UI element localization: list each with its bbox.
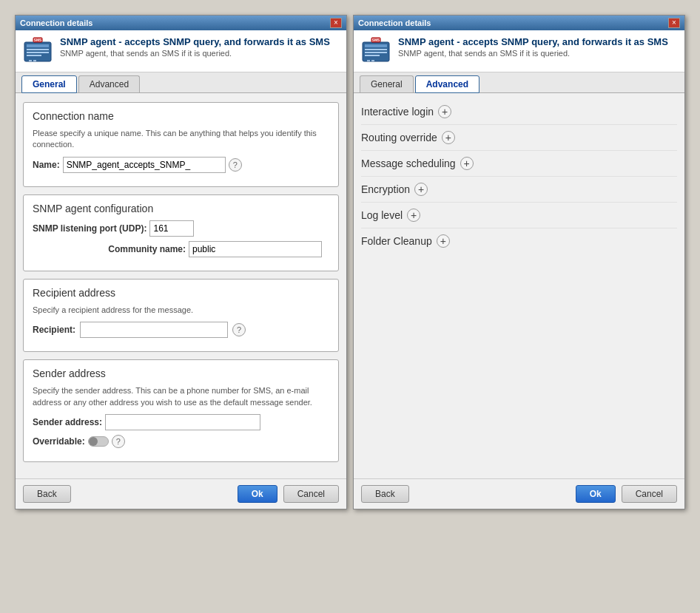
- snmp-config-section: SNMP agent configuration SNMP listening …: [23, 194, 339, 271]
- right-footer: Back Ok Cancel: [354, 478, 684, 509]
- connection-name-desc: Please specify a unique name. This can b…: [33, 128, 329, 151]
- recipient-label: Recipient:: [33, 325, 75, 335]
- sender-desc: Specify the sender address. This can be …: [33, 385, 329, 408]
- svg-rect-4: [27, 55, 41, 56]
- right-header-text: SNMP agent - accepts SNMP query, and for…: [398, 36, 677, 58]
- overridable-toggle[interactable]: [88, 436, 109, 447]
- right-header-title: SNMP agent - accepts SNMP query, and for…: [398, 36, 677, 47]
- advanced-item-interactive-login[interactable]: Interactive login +: [361, 99, 677, 125]
- tab-general-left[interactable]: General: [21, 75, 77, 93]
- left-ok-button[interactable]: Ok: [238, 485, 277, 503]
- left-action-buttons: Ok Cancel: [238, 485, 339, 503]
- message-scheduling-label: Message scheduling: [361, 158, 456, 169]
- name-field-row: Name: ?: [33, 157, 329, 173]
- log-level-expand-icon[interactable]: +: [407, 209, 420, 222]
- svg-text:SMS: SMS: [372, 38, 381, 42]
- port-label: SNMP listening port (UDP):: [33, 223, 147, 234]
- recipient-section: Recipient address Specify a recipient ad…: [23, 279, 339, 352]
- right-header: SMS SNMP agent - accepts SNMP query, and…: [354, 30, 684, 72]
- svg-rect-8: [33, 60, 36, 61]
- left-body: Connection name Please specify a unique …: [16, 93, 346, 478]
- left-cancel-button[interactable]: Cancel: [283, 485, 339, 503]
- snmp-config-title: SNMP agent configuration: [33, 203, 329, 214]
- left-footer: Back Ok Cancel: [16, 478, 346, 509]
- right-header-subtitle: SNMP agent, that sends an SMS if it is q…: [398, 49, 677, 58]
- svg-rect-17: [371, 60, 374, 61]
- tab-general-right[interactable]: General: [360, 75, 414, 92]
- port-field-row: SNMP listening port (UDP):: [33, 220, 329, 237]
- name-label: Name:: [33, 160, 60, 170]
- svg-rect-10: [365, 44, 387, 47]
- routing-override-expand-icon[interactable]: +: [442, 131, 455, 144]
- connection-name-section: Connection name Please specify a unique …: [23, 102, 339, 187]
- right-body: Interactive login + Routing override + M…: [354, 93, 684, 478]
- encryption-label: Encryption: [361, 183, 410, 195]
- left-titlebar: Connection details ×: [16, 16, 346, 30]
- right-dialog: Connection details × SMS SNMP agent - ac…: [353, 15, 685, 509]
- left-header-title: SNMP agent - accepts SNMP query, and for…: [60, 36, 339, 47]
- routing-override-label: Routing override: [361, 132, 437, 143]
- left-back-button[interactable]: Back: [23, 485, 71, 503]
- name-help-icon[interactable]: ?: [229, 158, 242, 172]
- folder-cleanup-expand-icon[interactable]: +: [437, 234, 450, 248]
- left-tabs: General Advanced: [16, 72, 346, 93]
- svg-rect-2: [27, 49, 49, 50]
- toggle-knob: [89, 437, 98, 446]
- sender-address-input[interactable]: [105, 414, 260, 430]
- left-title: Connection details: [20, 18, 92, 27]
- overridable-row: Overridable: ?: [33, 435, 329, 448]
- community-input[interactable]: [189, 241, 322, 257]
- left-snmp-icon: SMS: [23, 36, 53, 66]
- message-scheduling-expand-icon[interactable]: +: [460, 157, 474, 170]
- svg-rect-13: [365, 55, 380, 56]
- connection-name-title: Connection name: [33, 110, 329, 122]
- log-level-label: Log level: [361, 209, 403, 221]
- svg-rect-11: [365, 49, 387, 50]
- advanced-item-routing-override[interactable]: Routing override +: [361, 125, 677, 151]
- left-close-button[interactable]: ×: [330, 18, 342, 28]
- recipient-input[interactable]: [80, 322, 228, 338]
- sender-address-row: Sender address:: [33, 414, 329, 430]
- tab-advanced-left[interactable]: Advanced: [78, 75, 140, 92]
- snmp-port-input[interactable]: [149, 220, 194, 237]
- folder-cleanup-label: Folder Cleanup: [361, 235, 432, 247]
- svg-rect-3: [27, 52, 49, 53]
- recipient-help-icon[interactable]: ?: [232, 323, 246, 336]
- sender-section: Sender address Specify the sender addres…: [23, 359, 339, 462]
- left-header: SMS SNMP agent - accepts SNMP query, and…: [16, 30, 346, 72]
- tab-advanced-right[interactable]: Advanced: [415, 75, 479, 93]
- svg-text:SMS: SMS: [34, 38, 43, 42]
- encryption-expand-icon[interactable]: +: [414, 183, 428, 196]
- right-tabs: General Advanced: [354, 72, 684, 93]
- right-title: Connection details: [358, 18, 431, 27]
- advanced-item-message-scheduling[interactable]: Message scheduling +: [361, 151, 677, 177]
- right-cancel-button[interactable]: Cancel: [622, 485, 677, 503]
- interactive-login-label: Interactive login: [361, 106, 434, 118]
- svg-rect-12: [365, 52, 387, 53]
- recipient-desc: Specify a recipient address for the mess…: [33, 305, 329, 316]
- svg-rect-1: [27, 44, 49, 47]
- advanced-item-encryption[interactable]: Encryption +: [361, 177, 677, 203]
- overridable-help-icon[interactable]: ?: [112, 435, 125, 448]
- advanced-item-folder-cleanup[interactable]: Folder Cleanup +: [361, 228, 677, 254]
- community-field-row: Community name:: [33, 241, 322, 257]
- right-snmp-icon: SMS: [361, 36, 391, 66]
- connection-name-input[interactable]: [63, 157, 226, 173]
- overridable-label: Overridable:: [33, 436, 85, 447]
- advanced-item-log-level[interactable]: Log level +: [361, 203, 677, 228]
- left-header-subtitle: SNMP agent, that sends an SMS if it is q…: [60, 49, 339, 58]
- sender-address-label: Sender address:: [33, 417, 102, 427]
- recipient-title: Recipient address: [33, 287, 329, 299]
- left-dialog: Connection details × SMS SNMP agent - ac…: [15, 15, 347, 509]
- svg-rect-16: [367, 60, 370, 61]
- svg-rect-7: [29, 60, 32, 61]
- recipient-field-row: Recipient: ?: [33, 322, 329, 338]
- right-ok-button[interactable]: Ok: [576, 485, 616, 503]
- right-action-buttons: Ok Cancel: [576, 485, 677, 503]
- interactive-login-expand-icon[interactable]: +: [438, 105, 451, 118]
- sender-title: Sender address: [33, 368, 329, 379]
- right-close-button[interactable]: ×: [668, 18, 680, 28]
- right-back-button[interactable]: Back: [361, 485, 409, 503]
- community-label: Community name:: [108, 244, 186, 254]
- right-titlebar: Connection details ×: [354, 16, 684, 30]
